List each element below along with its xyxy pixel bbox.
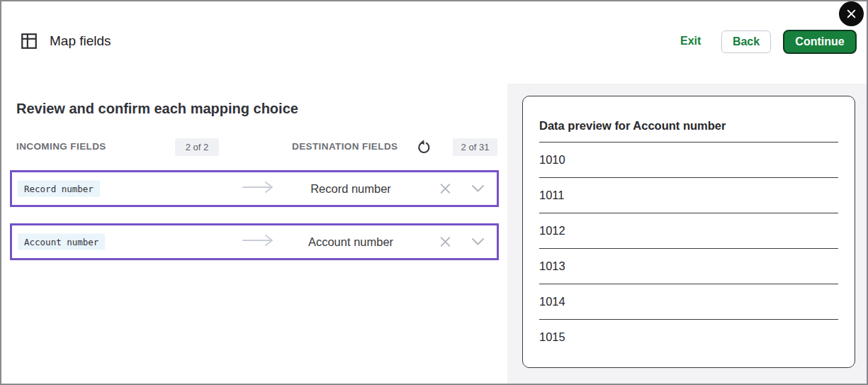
preview-value-row: 1010 bbox=[539, 143, 838, 178]
destination-fields-header: DESTINATION FIELDS bbox=[292, 141, 398, 152]
page-title: Map fields bbox=[50, 33, 111, 49]
incoming-fields-header: INCOMING FIELDS bbox=[16, 141, 106, 152]
map-fields-dialog: Map fields Exit Back Continue Review and… bbox=[0, 0, 868, 385]
destination-field-select[interactable]: Account number bbox=[248, 235, 453, 249]
destination-dropdown-button[interactable] bbox=[470, 236, 486, 247]
preview-value-row: 1015 bbox=[539, 320, 838, 355]
close-button[interactable] bbox=[839, 1, 864, 26]
chevron-down-icon bbox=[471, 238, 485, 248]
table-grid-icon bbox=[20, 32, 38, 50]
preview-value-row: 1012 bbox=[539, 213, 838, 249]
reset-mappings-button[interactable] bbox=[415, 139, 432, 156]
data-preview-panel: Data preview for Account number 1010 101… bbox=[507, 84, 867, 384]
destination-field-select[interactable]: Record number bbox=[248, 182, 453, 196]
incoming-count-badge: 2 of 2 bbox=[175, 138, 219, 156]
data-preview-list: 1010 1011 1012 1013 1014 1015 bbox=[539, 142, 838, 355]
clear-mapping-button[interactable] bbox=[438, 182, 453, 196]
preview-value-row: 1013 bbox=[539, 249, 838, 284]
incoming-field-chip: Record number bbox=[18, 181, 100, 197]
preview-value-row: 1011 bbox=[539, 178, 838, 213]
chevron-down-icon bbox=[471, 184, 485, 195]
data-preview-title: Data preview for Account number bbox=[539, 119, 838, 133]
mapping-row-account-number: Account number Account number bbox=[10, 223, 499, 260]
data-preview-card: Data preview for Account number 1010 101… bbox=[522, 96, 855, 368]
clear-mapping-button[interactable] bbox=[438, 235, 453, 250]
destination-count-badge: 2 of 31 bbox=[453, 138, 497, 156]
destination-dropdown-button[interactable] bbox=[470, 183, 486, 194]
preview-value-row: 1014 bbox=[539, 284, 838, 320]
exit-button[interactable]: Exit bbox=[676, 34, 704, 48]
close-icon bbox=[846, 9, 857, 19]
continue-button[interactable]: Continue bbox=[783, 30, 857, 54]
back-button[interactable]: Back bbox=[721, 30, 771, 53]
x-icon bbox=[439, 240, 451, 250]
x-icon bbox=[439, 186, 451, 197]
undo-icon bbox=[416, 146, 432, 157]
section-heading: Review and confirm each mapping choice bbox=[16, 101, 298, 117]
incoming-field-chip: Account number bbox=[18, 234, 105, 250]
mapping-row-record-number: Record number Record number bbox=[10, 170, 499, 207]
